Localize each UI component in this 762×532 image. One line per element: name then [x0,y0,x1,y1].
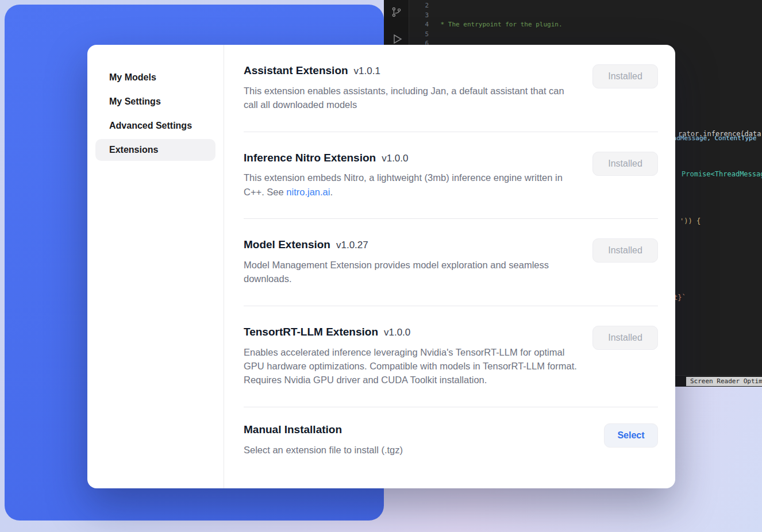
line-number: 5 [413,30,429,40]
extension-info: TensortRT-LLM Extensionv1.0.0 Enables ac… [244,326,580,387]
extension-name: Inference Nitro Extension [244,152,376,164]
status-screen-reader-badge[interactable]: Screen Reader Optimized [686,377,762,386]
installed-button[interactable]: Installed [592,326,658,350]
manual-installation-row: Manual Installation Select an extension … [244,407,658,476]
code-fragment: rator.inference(data)); [678,130,762,138]
extension-title: Assistant Extensionv1.0.1 [244,64,580,78]
extension-description: Model Management Extension provides mode… [244,258,580,286]
extension-info: Model Extensionv1.0.27 Model Management … [244,238,580,286]
extension-name: Assistant Extension [244,64,348,76]
extension-description: This extension enables assistants, inclu… [244,84,580,112]
code-fragment: t}` [674,294,686,302]
extension-name: TensortRT-LLM Extension [244,326,378,338]
settings-modal: My Models My Settings Advanced Settings … [87,45,675,488]
extension-version: v1.0.0 [384,327,410,338]
extension-row-model: Model Extensionv1.0.27 Model Management … [244,219,658,306]
installed-button[interactable]: Installed [592,152,658,176]
extension-name: Model Extension [244,238,330,250]
extension-version: v1.0.0 [382,153,408,164]
line-number: 3 [413,11,429,21]
nitro-jan-ai-link[interactable]: nitro.jan.ai [286,187,330,197]
extension-title: Model Extensionv1.0.27 [244,238,580,252]
code-fragment: Promise<ThreadMessage> [682,170,762,178]
installed-button[interactable]: Installed [592,238,658,263]
select-file-button[interactable]: Select [604,423,658,448]
extension-version: v1.0.27 [336,240,368,250]
line-number: 2 [413,1,429,11]
sidebar-item-extensions[interactable]: Extensions [95,139,215,161]
run-debug-icon[interactable] [390,32,403,45]
extension-row-tensorrt-llm: TensortRT-LLM Extensionv1.0.0 Enables ac… [244,306,658,407]
sidebar-item-advanced-settings[interactable]: Advanced Settings [95,115,215,137]
editor-line-numbers: 2 3 4 5 6 [413,1,429,49]
manual-installation-description: Select an extension file to install (.tg… [244,443,403,457]
line-number: 4 [413,20,429,30]
extension-row-inference-nitro: Inference Nitro Extensionv1.0.0 This ext… [244,132,658,219]
extension-info: Inference Nitro Extensionv1.0.0 This ext… [244,152,580,199]
manual-installation-title: Manual Installation [244,423,403,437]
settings-sidebar: My Models My Settings Advanced Settings … [87,45,224,488]
installed-button[interactable]: Installed [592,64,658,88]
sidebar-item-my-settings[interactable]: My Settings [95,91,215,113]
extensions-panel: Assistant Extensionv1.0.1 This extension… [224,45,675,488]
sidebar-item-my-models[interactable]: My Models [95,67,215,88]
extension-description: This extension embeds Nitro, a lightweig… [244,171,580,199]
extension-title: Inference Nitro Extensionv1.0.0 [244,152,580,165]
extension-info: Assistant Extensionv1.0.1 This extension… [244,64,580,112]
code-line: * The entrypoint for the plugin. [437,20,762,30]
extension-title: TensortRT-LLM Extensionv1.0.0 [244,326,580,339]
code-fragment: ')) { [680,217,701,225]
extension-version: v1.0.1 [354,65,380,76]
description-text: . [330,187,333,197]
extension-row-assistant: Assistant Extensionv1.0.1 This extension… [244,45,658,132]
source-control-icon[interactable] [390,6,403,18]
extension-info: Manual Installation Select an extension … [244,423,403,457]
extension-description: Enables accelerated inference leveraging… [244,345,580,387]
